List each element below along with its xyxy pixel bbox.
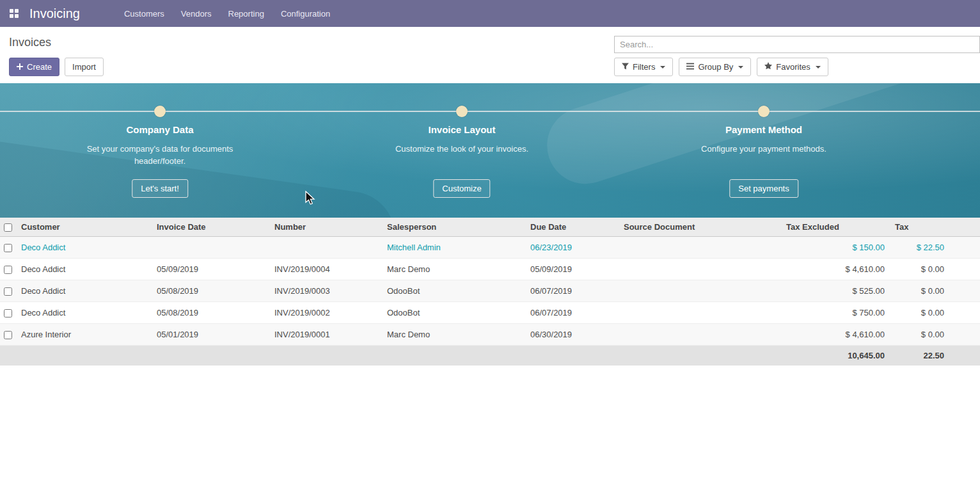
cell-filler	[949, 259, 980, 280]
cell-filler	[949, 324, 980, 346]
column-header-customer[interactable]: Customer	[16, 218, 152, 237]
cell-invoice-date[interactable]	[152, 237, 269, 259]
control-panel: Invoices Create Import Filters Group By	[0, 27, 980, 83]
row-checkbox-cell	[0, 280, 16, 302]
row-checkbox[interactable]	[4, 331, 12, 339]
totals-tax-excluded: 10,645.00	[781, 346, 890, 366]
column-header-source-document[interactable]: Source Document	[619, 218, 781, 237]
app-title[interactable]: Invoicing	[29, 6, 80, 21]
column-header-salesperson[interactable]: Salesperson	[382, 218, 525, 237]
select-all-checkbox[interactable]	[4, 223, 12, 232]
nav-item-configuration[interactable]: Configuration	[273, 0, 338, 27]
cell-number[interactable]	[269, 237, 382, 259]
column-header-tax[interactable]: Tax	[890, 218, 949, 237]
cell-salesperson[interactable]: Mitchell Admin	[382, 237, 525, 259]
cell-customer[interactable]: Azure Interior	[16, 324, 152, 346]
cell-invoice-date[interactable]: 05/08/2019	[152, 280, 269, 302]
step-dot	[456, 106, 468, 117]
cell-tax-excluded[interactable]: $ 4,610.00	[781, 259, 890, 280]
cell-salesperson[interactable]: OdooBot	[382, 280, 525, 302]
cell-due-date[interactable]: 06/23/2019	[525, 237, 619, 259]
select-all-checkbox-cell	[0, 218, 16, 237]
cell-tax-excluded[interactable]: $ 525.00	[781, 280, 890, 302]
cell-invoice-date[interactable]: 05/01/2019	[152, 324, 269, 346]
cell-due-date[interactable]: 06/30/2019	[525, 324, 619, 346]
step-description: Set your company's data for documents he…	[86, 143, 234, 167]
cell-filler	[949, 280, 980, 302]
customize-button[interactable]: Customize	[433, 179, 490, 198]
apps-grid-icon[interactable]	[6, 6, 22, 21]
cell-salesperson[interactable]: Marc Demo	[382, 259, 525, 280]
favorites-button[interactable]: Favorites	[757, 58, 828, 76]
row-checkbox[interactable]	[4, 287, 12, 296]
cell-salesperson[interactable]: Marc Demo	[382, 324, 525, 346]
row-checkbox[interactable]	[4, 309, 12, 317]
table-row[interactable]: Deco Addict 05/08/2019 INV/2019/0002 Odo…	[0, 302, 980, 324]
cell-number[interactable]: INV/2019/0004	[269, 259, 382, 280]
column-header-invoice-date[interactable]: Invoice Date	[152, 218, 269, 237]
cell-number[interactable]: INV/2019/0003	[269, 280, 382, 302]
totals-tax: 22.50	[890, 346, 949, 366]
cell-tax[interactable]: $ 0.00	[890, 259, 949, 280]
cell-customer[interactable]: Deco Addict	[16, 302, 152, 324]
table-row[interactable]: Deco Addict Mitchell Admin 06/23/2019 $ …	[0, 237, 980, 259]
row-checkbox[interactable]	[4, 244, 12, 252]
cell-filler	[949, 237, 980, 259]
cell-source-document[interactable]	[619, 280, 781, 302]
cell-source-document[interactable]	[619, 302, 781, 324]
cell-tax[interactable]: $ 0.00	[890, 324, 949, 346]
filters-button[interactable]: Filters	[614, 58, 673, 76]
cell-tax[interactable]: $ 0.00	[890, 302, 949, 324]
cell-tax-excluded[interactable]: $ 4,610.00	[781, 324, 890, 346]
cell-customer[interactable]: Deco Addict	[16, 259, 152, 280]
step-title: Company Data	[64, 124, 256, 135]
cell-filler	[949, 302, 980, 324]
table-row[interactable]: Deco Addict 05/08/2019 INV/2019/0003 Odo…	[0, 280, 980, 302]
cell-source-document[interactable]	[619, 324, 781, 346]
group-by-button[interactable]: Group By	[679, 58, 751, 76]
cell-due-date[interactable]: 06/07/2019	[525, 302, 619, 324]
row-checkbox-cell	[0, 259, 16, 280]
cell-tax[interactable]: $ 22.50	[890, 237, 949, 259]
import-button[interactable]: Import	[65, 58, 104, 76]
row-checkbox[interactable]	[4, 266, 12, 274]
row-checkbox-cell	[0, 324, 16, 346]
caret-down-icon	[816, 66, 821, 68]
totals-empty-cell	[269, 346, 382, 366]
search-input[interactable]	[614, 36, 980, 53]
cell-source-document[interactable]	[619, 237, 781, 259]
step-dot	[758, 106, 770, 117]
nav-item-vendors[interactable]: Vendors	[173, 0, 220, 27]
step-description: Configure your payment methods.	[690, 143, 838, 155]
lets-start-button[interactable]: Let's start!	[132, 179, 188, 198]
onboarding-banner: Company Data Set your company's data for…	[0, 83, 980, 218]
nav-item-customers[interactable]: Customers	[116, 0, 173, 27]
cell-number[interactable]: INV/2019/0002	[269, 302, 382, 324]
table-row[interactable]: Deco Addict 05/09/2019 INV/2019/0004 Mar…	[0, 259, 980, 280]
cell-source-document[interactable]	[619, 259, 781, 280]
filters-button-label: Filters	[633, 62, 655, 72]
set-payments-button[interactable]: Set payments	[729, 179, 798, 198]
cell-invoice-date[interactable]: 05/08/2019	[152, 302, 269, 324]
cell-tax[interactable]: $ 0.00	[890, 280, 949, 302]
table-totals-row: 10,645.00 22.50	[0, 346, 980, 366]
totals-empty-cell	[619, 346, 781, 366]
cell-customer[interactable]: Deco Addict	[16, 280, 152, 302]
nav-item-reporting[interactable]: Reporting	[220, 0, 273, 27]
cell-invoice-date[interactable]: 05/09/2019	[152, 259, 269, 280]
cell-tax-excluded[interactable]: $ 150.00	[781, 237, 890, 259]
page-title: Invoices	[9, 36, 51, 49]
cell-number[interactable]: INV/2019/0001	[269, 324, 382, 346]
create-button[interactable]: Create	[9, 58, 59, 76]
column-header-number[interactable]: Number	[269, 218, 382, 237]
cell-due-date[interactable]: 06/07/2019	[525, 280, 619, 302]
cell-salesperson[interactable]: OdooBot	[382, 302, 525, 324]
table-row[interactable]: Azure Interior 05/01/2019 INV/2019/0001 …	[0, 324, 980, 346]
cell-customer[interactable]: Deco Addict	[16, 237, 152, 259]
step-title: Payment Method	[668, 124, 860, 135]
column-header-due-date[interactable]: Due Date	[525, 218, 619, 237]
column-header-tax-excluded[interactable]: Tax Excluded	[781, 218, 890, 237]
cell-tax-excluded[interactable]: $ 750.00	[781, 302, 890, 324]
cell-due-date[interactable]: 05/09/2019	[525, 259, 619, 280]
row-checkbox-cell	[0, 302, 16, 324]
